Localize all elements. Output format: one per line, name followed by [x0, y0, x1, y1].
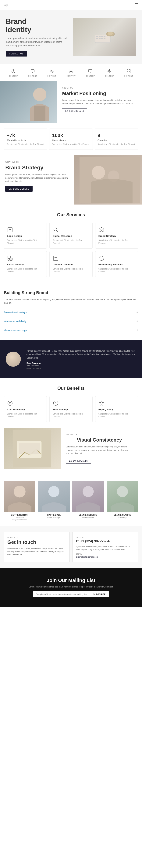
contact-text: Lorem ipsum dolor sit amet, consectetur … — [7, 547, 66, 556]
team-photo-2 — [72, 481, 104, 512]
logo-design-icon — [7, 227, 13, 233]
testimonial-content: Veniam posuere vis solet. Regula justo f… — [27, 349, 136, 369]
icon-shape-6 — [107, 68, 112, 74]
accordion-item-1[interactable]: Wireframes and design + — [4, 317, 138, 326]
team-role-2: Vice President — [72, 517, 104, 519]
icon-shape-5 — [87, 68, 93, 74]
team-photo-placeholder-2 — [72, 481, 104, 512]
svg-rect-6 — [98, 38, 101, 39]
stat-number-1: 100k — [52, 132, 90, 138]
wwd-explore-button[interactable]: EXPLORE DETAILS — [5, 186, 33, 192]
hero-section: Brand Identity Lorem ipsum dolor sit ame… — [0, 10, 142, 64]
nav-logo: logo — [4, 4, 8, 6]
icon-item-2: CONTENT — [28, 68, 37, 77]
wwd-image — [74, 155, 142, 205]
svg-point-10 — [108, 32, 113, 35]
visual-identity-icon — [7, 255, 13, 261]
svg-rect-18 — [127, 69, 128, 71]
visual-explore-button[interactable]: EXPLORE DETAILS — [66, 458, 91, 464]
testimonial-avatar — [6, 351, 21, 367]
icon-label-4: COMPANY — [66, 75, 76, 77]
services-title: Our Services — [4, 212, 138, 217]
svg-rect-3 — [101, 36, 103, 37]
accordion-item-0[interactable]: Research and strategy + — [4, 308, 138, 317]
svg-point-13 — [70, 71, 72, 72]
team-imgsource-0: image from Freepik — [4, 519, 35, 521]
benefit-title-1: Time Savings — [53, 408, 89, 411]
service-title-5: Rebranding Services — [98, 263, 135, 266]
team-grid: BERTIE NORTON Secretary image from Freep… — [4, 481, 138, 521]
team-photo-3 — [107, 481, 138, 512]
service-text-5: Sample text. Click to select the Text El… — [98, 268, 135, 273]
service-text-2: Sample text. Click to select the Text El… — [98, 239, 135, 245]
benefit-text-0: Sample text. Click to select the Text El… — [7, 412, 44, 418]
stat-number-0: +7k — [7, 132, 45, 138]
icon-shape-2 — [30, 68, 35, 74]
svg-point-45 — [83, 486, 93, 497]
svg-rect-21 — [129, 72, 130, 73]
mailing-subscribe-button[interactable]: SUBSCRIBE — [90, 591, 109, 597]
svg-point-43 — [13, 486, 26, 497]
high-quality-icon — [98, 400, 105, 406]
call-label: CALL US — [76, 536, 135, 538]
content-creation-icon — [53, 255, 59, 261]
svg-rect-4 — [104, 36, 106, 37]
about-image — [0, 81, 57, 123]
team-photo-placeholder-0 — [4, 481, 35, 512]
mailing-description: Lorem ipsum dolor sit amet, sed diam non… — [6, 586, 136, 588]
team-name-0: BERTIE NORTON — [4, 514, 35, 516]
icon-label-1: CONTENT — [9, 75, 18, 77]
service-card-1: Digital Research Sample text. Click to s… — [50, 223, 92, 249]
stat-text-1: Sample text. Click to select the Text El… — [52, 143, 90, 146]
contact-email: example@example.com — [76, 556, 135, 558]
hero-description: Lorem ipsum dolor sit amet, consectetur … — [6, 36, 69, 48]
about-description: Lorem ipsum dolor sit amet, consectetur … — [62, 99, 137, 105]
team-photo-placeholder-1 — [38, 481, 70, 512]
cost-efficiency-icon — [7, 400, 13, 406]
rebranding-services-icon — [98, 255, 105, 261]
hero-contact-button[interactable]: CONTACT US — [6, 51, 27, 57]
mailing-email-input[interactable] — [33, 591, 90, 597]
service-title-3: Visual Identity — [7, 263, 44, 266]
icon-item-1: CONTENT — [9, 68, 18, 77]
accordion-item-2[interactable]: Maintenance and support + — [4, 326, 138, 335]
team-section: BERTIE NORTON Secretary image from Freep… — [0, 477, 142, 526]
icon-item-5: CONTENT — [86, 68, 95, 77]
hero-decorative-image — [93, 29, 116, 44]
stat-card-2: 9 Countries Sample text. Click to select… — [95, 128, 138, 150]
testimonial-source: image from Freepik — [27, 368, 136, 369]
visual-content: ABOUT US Visual Consistency Lorem ipsum … — [61, 428, 138, 469]
icon-shape-1 — [10, 68, 16, 74]
accordion-icon-0: + — [137, 311, 138, 314]
icons-row: CONTENT CONTENT CONTENT COMPANY CONTENT … — [0, 64, 142, 81]
accordion-title-2: Maintenance and support — [4, 329, 29, 332]
team-role-1: Office Manager — [38, 517, 70, 519]
service-text-0: Sample text. Click to select the Text El… — [7, 239, 44, 245]
about-title: Market Positioning — [62, 91, 137, 96]
svg-point-34 — [8, 259, 9, 260]
service-text-4: Sample text. Click to select the Text El… — [53, 268, 89, 273]
nav-menu-icon[interactable]: ☰ — [135, 3, 138, 7]
wwd-title: Brand Strategy — [5, 165, 68, 171]
svg-point-25 — [92, 166, 105, 179]
svg-rect-8 — [104, 38, 106, 39]
service-text-1: Sample text. Click to select the Text El… — [53, 239, 89, 245]
about-content: ABOUT US Market Positioning Lorem ipsum … — [57, 81, 142, 123]
stat-label-0: Worldwide projects — [7, 139, 45, 142]
visual-decorative — [13, 430, 51, 467]
icon-label-6: CONTENT — [105, 75, 114, 77]
accordion-icon-2: + — [137, 329, 138, 332]
icon-label-5: CONTENT — [86, 75, 95, 77]
wwd-decorative — [80, 157, 140, 203]
icon-item-7: CONTENT — [124, 68, 133, 77]
digital-research-icon — [53, 227, 59, 233]
benefit-card-0: Cost Efficiency Sample text. Click to se… — [4, 396, 47, 422]
svg-point-31 — [101, 229, 102, 230]
icon-label-2: CONTENT — [28, 75, 37, 77]
mailing-input-row: SUBSCRIBE — [33, 591, 109, 597]
stat-card-0: +7k Worldwide projects Sample text. Clic… — [4, 128, 47, 150]
services-grid: Logo Design Sample text. Click to select… — [4, 223, 138, 277]
about-label: ABOUT US — [62, 87, 137, 89]
mailing-title: Join Our Mailing List — [6, 578, 136, 583]
about-explore-button[interactable]: EXPLORE DETAILS — [62, 108, 87, 114]
